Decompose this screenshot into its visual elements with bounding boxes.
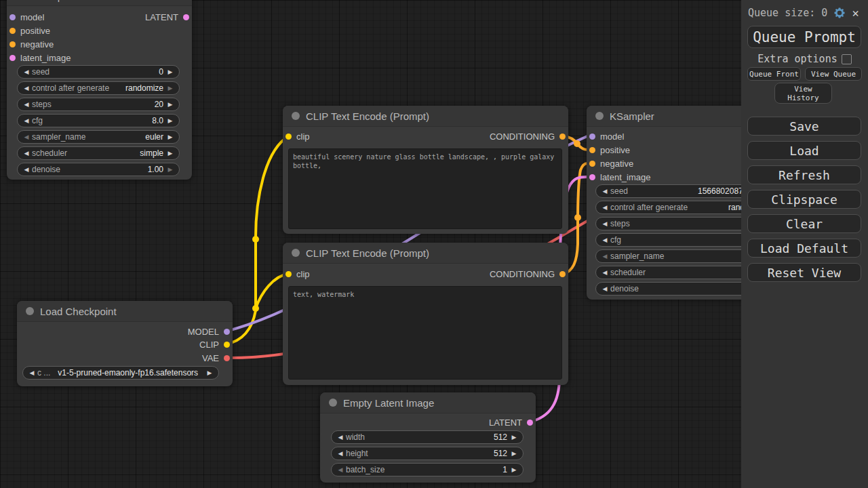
queue-prompt-button[interactable]: Queue Prompt — [747, 26, 861, 48]
load-button[interactable]: Load — [747, 141, 861, 160]
clipspace-button[interactable]: Clipspace — [747, 190, 861, 209]
input-port-positive[interactable]: positive — [9, 24, 50, 37]
decrement-arrow-icon[interactable]: ◀ — [22, 101, 31, 108]
control-after-generate-widget[interactable]: ◀ control after generate randomize ▶ — [17, 81, 180, 95]
sampler-name-widget[interactable]: ◀ sampler_name euler ▶ — [17, 130, 180, 144]
increment-arrow-icon[interactable]: ▶ — [510, 450, 518, 457]
input-port-negative[interactable]: negative — [589, 157, 633, 170]
model-port-icon[interactable] — [224, 329, 230, 335]
node-title-bar[interactable]: CLIP Text Encode (Prompt) — [283, 106, 568, 127]
view-history-button[interactable]: View History — [774, 83, 832, 104]
vae-port-icon[interactable] — [224, 355, 230, 361]
node-title-bar[interactable]: CLIP Text Encode (Prompt) — [283, 243, 568, 264]
collapse-dot-icon[interactable] — [329, 399, 337, 407]
conditioning-port-icon[interactable] — [9, 41, 16, 47]
collapse-dot-icon[interactable] — [292, 249, 300, 257]
collapse-dot-icon[interactable] — [26, 307, 34, 315]
decrement-arrow-icon[interactable]: ◀ — [601, 188, 609, 195]
clear-button[interactable]: Clear — [747, 214, 861, 233]
node-empty-latent-image[interactable]: Empty Latent Image LATENT ◀ width 512 ▶ … — [320, 392, 536, 483]
seed-widget[interactable]: ◀ seed 1566802087 — [595, 184, 758, 198]
denoise-widget[interactable]: ◀ denoise 1.00 ▶ — [17, 163, 180, 176]
decrement-arrow-icon[interactable]: ◀ — [601, 237, 609, 243]
conditioning-port-icon[interactable] — [9, 28, 16, 34]
extra-options-checkbox[interactable] — [842, 54, 852, 64]
increment-arrow-icon[interactable]: ▶ — [166, 85, 174, 92]
conditioning-port-icon[interactable] — [589, 161, 595, 167]
decrement-arrow-icon[interactable]: ◀ — [22, 117, 31, 124]
input-port-model[interactable]: model — [9, 10, 44, 24]
output-port-conditioning[interactable]: CONDITIONING — [490, 267, 566, 281]
decrement-arrow-icon[interactable]: ◀ — [28, 369, 36, 376]
view-queue-button[interactable]: View Queue — [805, 67, 862, 81]
reset-view-button[interactable]: Reset View — [747, 263, 861, 282]
conditioning-port-icon[interactable] — [559, 134, 566, 140]
input-port-clip[interactable]: clip — [285, 267, 310, 281]
input-port-latent-image[interactable]: latent_image — [589, 170, 650, 184]
output-port-conditioning[interactable]: CONDITIONING — [490, 129, 566, 143]
latent-port-icon[interactable] — [9, 55, 16, 61]
decrement-arrow-icon[interactable]: ◀ — [336, 434, 344, 441]
input-port-positive[interactable]: positive — [589, 143, 630, 157]
control-after-generate-widget[interactable]: ◀ control after generate randomize — [595, 201, 758, 214]
increment-arrow-icon[interactable]: ▶ — [166, 134, 174, 140]
model-port-icon[interactable] — [589, 134, 595, 140]
cfg-widget[interactable]: ◀ cfg 8.0 ▶ — [17, 114, 180, 127]
height-widget[interactable]: ◀ height 512 ▶ — [331, 447, 524, 460]
input-port-latent-image[interactable]: latent_image — [9, 51, 71, 64]
output-port-vae[interactable]: VAE — [202, 351, 230, 365]
clip-port-icon[interactable] — [285, 134, 292, 140]
node-title-bar[interactable]: Empty Latent Image — [320, 392, 536, 413]
latent-port-icon[interactable] — [589, 174, 595, 180]
seed-widget[interactable]: ◀ seed 0 ▶ — [17, 65, 180, 79]
steps-widget[interactable]: ◀ steps 20 ▶ — [17, 98, 180, 111]
increment-arrow-icon[interactable]: ▶ — [166, 68, 174, 75]
model-port-icon[interactable] — [9, 14, 16, 20]
decrement-arrow-icon[interactable]: ◀ — [601, 220, 609, 227]
conditioning-port-icon[interactable] — [559, 271, 566, 277]
decrement-arrow-icon[interactable]: ◀ — [22, 150, 31, 157]
denoise-widget[interactable]: ◀ denoise — [595, 282, 758, 296]
node-ksampler-left[interactable]: KSampler model LATENT positive negative … — [7, 0, 192, 180]
conditioning-port-icon[interactable] — [589, 147, 595, 153]
increment-arrow-icon[interactable]: ▶ — [510, 466, 518, 473]
latent-port-icon[interactable] — [527, 420, 533, 426]
output-port-latent[interactable]: LATENT — [145, 10, 189, 24]
decrement-arrow-icon[interactable]: ◀ — [22, 85, 31, 92]
input-port-model[interactable]: model — [589, 129, 624, 143]
scheduler-widget[interactable]: ◀ scheduler simple ▶ — [17, 146, 180, 160]
clip-port-icon[interactable] — [224, 342, 230, 348]
node-clip-text-encode-negative[interactable]: CLIP Text Encode (Prompt) clip CONDITION… — [283, 243, 568, 385]
node-title-bar[interactable]: Load Checkpoint — [17, 301, 233, 322]
node-graph-canvas[interactable]: KSampler model LATENT positive negative … — [0, 0, 868, 488]
increment-arrow-icon[interactable]: ▶ — [166, 166, 174, 173]
increment-arrow-icon[interactable]: ▶ — [205, 369, 214, 376]
input-port-clip[interactable]: clip — [285, 129, 310, 143]
width-widget[interactable]: ◀ width 512 ▶ — [331, 430, 524, 444]
decrement-arrow-icon[interactable]: ◀ — [336, 466, 344, 473]
close-icon[interactable]: ✕ — [852, 6, 859, 20]
load-default-button[interactable]: Load Default — [747, 239, 861, 258]
decrement-arrow-icon[interactable]: ◀ — [22, 166, 31, 173]
decrement-arrow-icon[interactable]: ◀ — [22, 68, 31, 75]
increment-arrow-icon[interactable]: ▶ — [510, 434, 518, 441]
decrement-arrow-icon[interactable]: ◀ — [601, 285, 609, 292]
decrement-arrow-icon[interactable]: ◀ — [601, 253, 609, 260]
save-button[interactable]: Save — [747, 117, 861, 136]
decrement-arrow-icon[interactable]: ◀ — [336, 450, 344, 457]
queue-front-button[interactable]: Queue Front — [747, 67, 801, 81]
node-load-checkpoint[interactable]: Load Checkpoint MODEL CLIP VAE ◀ c ... v… — [17, 301, 233, 386]
decrement-arrow-icon[interactable]: ◀ — [601, 269, 609, 276]
prompt-textarea[interactable]: text, watermark — [288, 286, 562, 380]
decrement-arrow-icon[interactable]: ◀ — [601, 204, 609, 211]
batch-size-widget[interactable]: ◀ batch_size 1 ▶ — [331, 463, 524, 476]
node-title-bar[interactable]: KSampler — [7, 0, 192, 6]
ckpt-name-widget[interactable]: ◀ c ... v1-5-pruned-emaonly-fp16.safeten… — [22, 366, 219, 380]
clip-port-icon[interactable] — [285, 271, 292, 277]
output-port-latent[interactable]: LATENT — [489, 415, 533, 429]
increment-arrow-icon[interactable]: ▶ — [166, 101, 174, 108]
increment-arrow-icon[interactable]: ▶ — [166, 117, 174, 124]
prompt-textarea[interactable]: beautiful scenery nature glass bottle la… — [288, 148, 562, 229]
latent-port-icon[interactable] — [183, 14, 189, 20]
output-port-model[interactable]: MODEL — [188, 325, 230, 338]
